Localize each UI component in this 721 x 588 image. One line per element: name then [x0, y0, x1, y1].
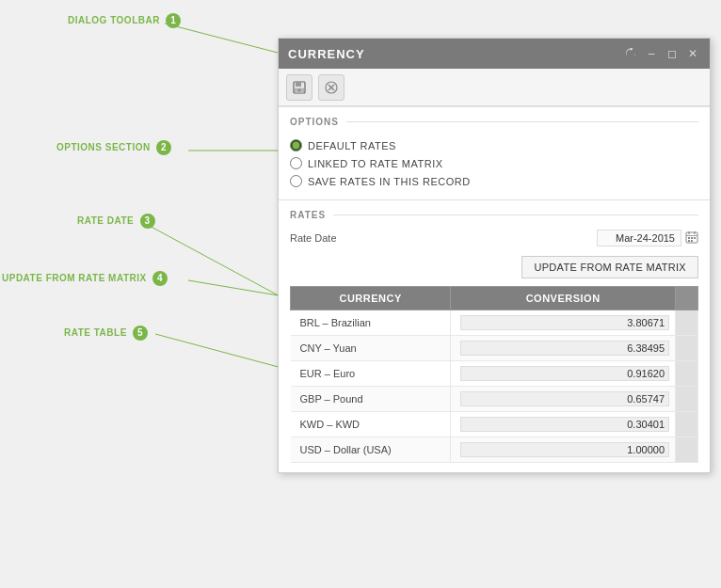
row-action-cell — [676, 437, 698, 463]
option-linked-rate-matrix[interactable]: LINKED TO RATE MATRIX — [290, 154, 698, 172]
conversion-input[interactable] — [460, 417, 669, 432]
svg-rect-17 — [688, 237, 690, 239]
close-icon[interactable]: ✕ — [685, 46, 700, 61]
svg-line-4 — [155, 334, 285, 369]
dialog-toolbar — [279, 69, 710, 106]
options-section: DEFAULT RATES LINKED TO RATE MATRIX SAVE… — [279, 131, 710, 199]
dialog-title: CURRENCY — [288, 47, 365, 61]
annotation-1: DIALOG TOOLBAR 1 — [68, 13, 181, 28]
currency-cell: CNY – Yuan — [291, 336, 451, 361]
row-action-cell — [676, 412, 698, 437]
currency-cell: BRL – Brazilian — [291, 310, 451, 336]
currency-cell: GBP – Pound — [291, 387, 451, 412]
conversion-input[interactable] — [460, 341, 669, 356]
annotation-4: UPDATE FROM RATE MATRIX 4 — [2, 271, 168, 286]
table-row: GBP – Pound — [291, 387, 698, 412]
dialog-body: OPTIONS DEFAULT RATES LINKED TO RATE MAT… — [279, 106, 710, 472]
currency-cell: USD – Dollar (USA) — [291, 437, 451, 463]
col-currency-header: CURRENCY — [291, 287, 451, 310]
conversion-cell — [451, 412, 676, 437]
table-row: EUR – Euro — [291, 361, 698, 387]
rates-section: Rate Date Mar-24-2015 — [279, 224, 710, 472]
radio-linked-rate-matrix[interactable] — [290, 157, 302, 169]
conversion-input[interactable] — [460, 366, 669, 381]
conversion-cell — [451, 387, 676, 412]
svg-rect-18 — [691, 237, 693, 239]
conversion-cell — [451, 336, 676, 361]
update-btn-row: UPDATE FROM RATE MATRIX — [290, 252, 698, 286]
svg-line-2 — [146, 224, 285, 299]
save-toolbar-button[interactable] — [286, 74, 312, 101]
maximize-icon[interactable]: ◻ — [665, 46, 680, 61]
col-action-header — [676, 287, 698, 310]
row-action-cell — [676, 310, 698, 336]
svg-rect-19 — [694, 237, 696, 239]
annotation-3: RATE DATE 3 — [77, 214, 155, 229]
svg-rect-21 — [691, 240, 693, 242]
currency-cell: EUR – Euro — [291, 361, 451, 387]
radio-save-rates[interactable] — [290, 175, 302, 187]
col-conversion-header: CONVERSION — [451, 287, 676, 310]
option-default-rates-label: DEFAULT RATES — [308, 140, 396, 151]
calendar-icon[interactable] — [685, 230, 698, 246]
table-row: USD – Dollar (USA) — [291, 437, 698, 463]
rate-table: CURRENCY CONVERSION BRL – BrazilianCNY –… — [290, 286, 698, 463]
rate-date-row: Rate Date Mar-24-2015 — [290, 224, 698, 252]
dialog-titlebar: CURRENCY – ◻ ✕ — [279, 39, 710, 69]
annotation-2: OPTIONS SECTION 2 — [56, 140, 171, 155]
conversion-input[interactable] — [460, 442, 669, 457]
option-save-rates[interactable]: SAVE RATES IN THIS RECORD — [290, 172, 698, 190]
conversion-cell — [451, 361, 676, 387]
rates-section-label: RATES — [279, 199, 710, 224]
option-linked-label: LINKED TO RATE MATRIX — [308, 158, 443, 169]
update-from-rate-matrix-button[interactable]: UPDATE FROM RATE MATRIX — [521, 256, 698, 278]
minimize-icon[interactable]: – — [644, 46, 659, 61]
conversion-input[interactable] — [460, 315, 669, 330]
currency-cell: KWD – KWD — [291, 412, 451, 437]
option-save-label: SAVE RATES IN THIS RECORD — [308, 176, 471, 187]
rate-date-value[interactable]: Mar-24-2015 — [597, 230, 681, 246]
table-row: BRL – Brazilian — [291, 310, 698, 336]
currency-dialog: CURRENCY – ◻ ✕ — [278, 38, 711, 473]
row-action-cell — [676, 387, 698, 412]
radio-default-rates[interactable] — [290, 139, 302, 151]
table-row: KWD – KWD — [291, 412, 698, 437]
svg-rect-20 — [688, 240, 690, 242]
titlebar-icons: – ◻ ✕ — [623, 46, 700, 61]
conversion-cell — [451, 310, 676, 336]
table-row: CNY – Yuan — [291, 336, 698, 361]
rate-date-input-wrap: Mar-24-2015 — [363, 230, 698, 246]
svg-rect-6 — [296, 82, 301, 87]
option-default-rates[interactable]: DEFAULT RATES — [290, 136, 698, 154]
refresh-icon[interactable] — [623, 46, 638, 61]
rate-date-label: Rate Date — [290, 232, 356, 244]
row-action-cell — [676, 361, 698, 387]
cancel-toolbar-button[interactable] — [318, 74, 344, 101]
row-action-cell — [676, 336, 698, 361]
conversion-cell — [451, 437, 676, 463]
annotation-5: RATE TABLE 5 — [64, 326, 148, 341]
conversion-input[interactable] — [460, 391, 669, 406]
options-section-label: OPTIONS — [279, 106, 710, 131]
